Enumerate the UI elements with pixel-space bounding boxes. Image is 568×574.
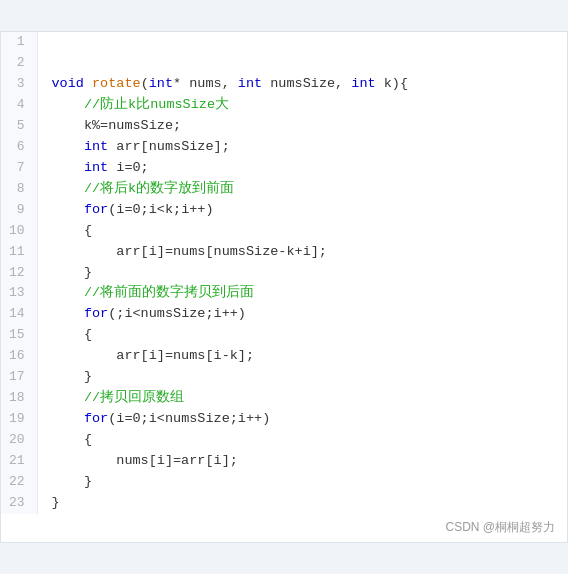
code-line-content: int arr[numsSize];: [37, 137, 567, 158]
table-row: 15 {: [1, 325, 567, 346]
code-line-content: //防止k比numsSize大: [37, 95, 567, 116]
code-line-content: nums[i]=arr[i];: [37, 451, 567, 472]
line-number: 7: [1, 158, 37, 179]
line-number: 3: [1, 74, 37, 95]
line-number: 2: [1, 53, 37, 74]
code-line-content: }: [37, 472, 567, 493]
line-number: 22: [1, 472, 37, 493]
code-line-content: }: [37, 367, 567, 388]
table-row: 20 {: [1, 430, 567, 451]
code-line-content: //将后k的数字放到前面: [37, 179, 567, 200]
code-line-content: }: [37, 263, 567, 284]
table-row: 19 for(i=0;i<numsSize;i++): [1, 409, 567, 430]
table-row: 1: [1, 32, 567, 53]
table-row: 16 arr[i]=nums[i-k];: [1, 346, 567, 367]
code-line-content: int i=0;: [37, 158, 567, 179]
table-row: 21 nums[i]=arr[i];: [1, 451, 567, 472]
code-line-content: for(;i<numsSize;i++): [37, 304, 567, 325]
line-number: 5: [1, 116, 37, 137]
code-line-content: //拷贝回原数组: [37, 388, 567, 409]
code-line-content: {: [37, 430, 567, 451]
line-number: 14: [1, 304, 37, 325]
code-line-content: }: [37, 493, 567, 514]
table-row: 10 {: [1, 221, 567, 242]
table-row: 5 k%=numsSize;: [1, 116, 567, 137]
line-number: 23: [1, 493, 37, 514]
table-row: 7 int i=0;: [1, 158, 567, 179]
table-row: 2: [1, 53, 567, 74]
table-row: 4 //防止k比numsSize大: [1, 95, 567, 116]
table-row: 8 //将后k的数字放到前面: [1, 179, 567, 200]
table-row: 3void rotate(int* nums, int numsSize, in…: [1, 74, 567, 95]
line-number: 11: [1, 242, 37, 263]
table-row: 14 for(;i<numsSize;i++): [1, 304, 567, 325]
line-number: 12: [1, 263, 37, 284]
code-line-content: [37, 32, 567, 53]
line-number: 17: [1, 367, 37, 388]
code-line-content: {: [37, 221, 567, 242]
code-block: 1 2 3void rotate(int* nums, int numsSize…: [0, 31, 568, 542]
line-number: 16: [1, 346, 37, 367]
table-row: 17 }: [1, 367, 567, 388]
table-row: 6 int arr[numsSize];: [1, 137, 567, 158]
line-number: 1: [1, 32, 37, 53]
table-row: 13 //将前面的数字拷贝到后面: [1, 283, 567, 304]
line-number: 13: [1, 283, 37, 304]
table-row: 22 }: [1, 472, 567, 493]
code-line-content: void rotate(int* nums, int numsSize, int…: [37, 74, 567, 95]
line-number: 19: [1, 409, 37, 430]
code-line-content: for(i=0;i<k;i++): [37, 200, 567, 221]
footer-text: CSDN @桐桐超努力: [445, 519, 555, 536]
code-line-content: arr[i]=nums[numsSize-k+i];: [37, 242, 567, 263]
code-line-content: k%=numsSize;: [37, 116, 567, 137]
line-number: 6: [1, 137, 37, 158]
code-table: 1 2 3void rotate(int* nums, int numsSize…: [1, 32, 567, 513]
code-line-content: arr[i]=nums[i-k];: [37, 346, 567, 367]
table-row: 18 //拷贝回原数组: [1, 388, 567, 409]
line-number: 15: [1, 325, 37, 346]
line-number: 18: [1, 388, 37, 409]
line-number: 20: [1, 430, 37, 451]
table-row: 11 arr[i]=nums[numsSize-k+i];: [1, 242, 567, 263]
line-number: 9: [1, 200, 37, 221]
code-line-content: //将前面的数字拷贝到后面: [37, 283, 567, 304]
line-number: 4: [1, 95, 37, 116]
line-number: 10: [1, 221, 37, 242]
table-row: 23}: [1, 493, 567, 514]
table-row: 12 }: [1, 263, 567, 284]
line-number: 8: [1, 179, 37, 200]
code-line-content: [37, 53, 567, 74]
line-number: 21: [1, 451, 37, 472]
code-line-content: for(i=0;i<numsSize;i++): [37, 409, 567, 430]
table-row: 9 for(i=0;i<k;i++): [1, 200, 567, 221]
code-line-content: {: [37, 325, 567, 346]
